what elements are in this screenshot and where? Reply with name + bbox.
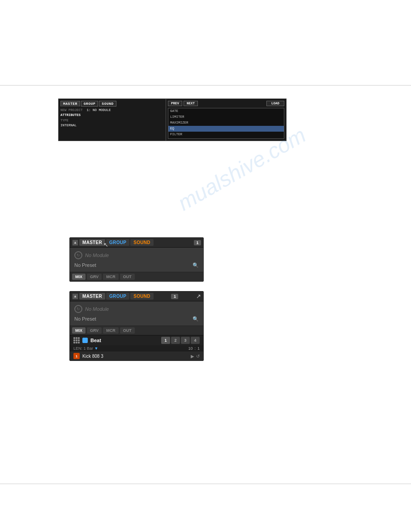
sw-module-row-2: ↻ No Module: [74, 305, 199, 313]
len-dropdown-arrow[interactable]: ▼: [94, 346, 98, 351]
divider-top: [0, 85, 411, 86]
collapse-button-1[interactable]: ▲: [72, 240, 78, 246]
hardware-panel: MASTER GROUP SOUND NEW PROJECT 1: NO MOD…: [58, 99, 287, 141]
group-num-btn-3[interactable]: 3: [181, 337, 190, 344]
loop-icon[interactable]: ↺: [196, 354, 200, 359]
list-item-selected[interactable]: EQ: [168, 126, 284, 132]
hw-type-value: INTERNAL: [60, 124, 77, 127]
hw-project-value: 1: NO MODULE: [85, 108, 111, 112]
module-icon-1: ↻: [74, 251, 82, 259]
sw-bottom-tab-out-2[interactable]: OUT: [120, 327, 135, 334]
grid-icon: [73, 337, 80, 343]
hw-tab-master[interactable]: MASTER: [60, 101, 80, 107]
sw-bottom-tab-mix-1[interactable]: MIX: [72, 274, 86, 280]
sw-tab-sound-2[interactable]: SOUND: [130, 293, 154, 300]
list-item[interactable]: GATE: [168, 108, 284, 114]
sw-tab-master-2[interactable]: MASTER: [79, 293, 105, 300]
sw-module-text-2: No Module: [85, 306, 109, 312]
hw-right-panel: PREV NEXT LOAD GATE LIMITER MAXIMIZER EQ…: [166, 99, 286, 141]
sw-preset-text-2: No Preset: [74, 316, 191, 322]
sw-bottom-tab-out-1[interactable]: OUT: [120, 274, 135, 280]
sw-bottom-tab-mix-2[interactable]: MIX: [72, 327, 86, 334]
hw-left-panel: MASTER GROUP SOUND NEW PROJECT 1: NO MOD…: [59, 99, 166, 141]
sw-group-section: Beat 1 2 3 4 LEN: 1 Bar ▼ 10 : 1 1 Kick …: [70, 335, 203, 360]
sound-icons: ▶ ↺: [191, 354, 200, 359]
cursor-arrow-2: ↗: [196, 293, 201, 300]
sw-panel-1-body: ↻ No Module No Preset 🔍: [70, 248, 203, 272]
group-num-btn-2[interactable]: 2: [171, 337, 180, 344]
hw-module-list: GATE LIMITER MAXIMIZER EQ FILTER: [168, 108, 284, 139]
sw-tab-group-1[interactable]: GROUP: [106, 239, 129, 246]
sw-panel-1: ▲ MASTER GROUP SOUND 1 ↻ No Module No Pr…: [69, 237, 204, 282]
hw-type-label: TYPE: [60, 119, 68, 122]
divider-bottom: [0, 484, 411, 484]
sw-panel-1-header: ▲ MASTER GROUP SOUND 1: [70, 238, 203, 248]
sw-preset-text-1: No Preset: [74, 262, 191, 268]
hw-prev-button[interactable]: PREV: [168, 101, 182, 106]
sound-name: Kick 808 3: [82, 354, 103, 359]
hw-attributes-label: ATTRIBUTES: [60, 113, 81, 117]
sw-preset-row-1: No Preset 🔍: [74, 262, 199, 268]
sw-group-len-nums: 10 : 1: [188, 346, 200, 351]
sw-preset-row-2: No Preset 🔍: [74, 316, 199, 322]
sw-bottom-tab-mcr-2[interactable]: MCR: [103, 327, 119, 334]
list-item[interactable]: FILTER: [168, 132, 284, 137]
group-num-btn-1[interactable]: 1: [161, 337, 170, 344]
sw-group-len-row: LEN: 1 Bar ▼ 10 : 1: [70, 345, 203, 352]
sw-group-name: Beat: [90, 338, 158, 343]
search-icon-2[interactable]: 🔍: [193, 316, 199, 322]
sw-bottom-tabs-1: MIX GRV MCR OUT: [70, 272, 203, 281]
list-item[interactable]: LIMITER: [168, 114, 284, 120]
hw-project-label: NEW PROJECT: [60, 108, 83, 112]
sw-bottom-tab-grv-2[interactable]: GRV: [87, 327, 102, 334]
list-item[interactable]: MAXIMIZER: [168, 120, 284, 126]
sw-module-text-1: No Module: [85, 253, 109, 258]
hw-tab-sound[interactable]: SOUND: [99, 101, 116, 107]
sw-tab-master-1[interactable]: MASTER: [79, 239, 105, 246]
sw-group-header: Beat 1 2 3 4: [70, 335, 203, 345]
hw-tabs: MASTER GROUP SOUND: [60, 101, 164, 107]
sound-number: 1: [73, 353, 80, 359]
sw-badge-2: 1: [171, 294, 178, 299]
sw-module-row-1: ↻ No Module: [74, 251, 199, 259]
sw-tab-sound-1[interactable]: SOUND: [130, 239, 154, 246]
sw-badge-1: 1: [194, 240, 201, 245]
sw-group-num-btns: 1 2 3 4: [161, 337, 200, 344]
hw-tab-group[interactable]: GROUP: [81, 101, 98, 107]
hw-load-button[interactable]: LOAD: [266, 101, 284, 106]
sw-panel-2-body: ↻ No Module No Preset 🔍: [70, 301, 203, 326]
sw-tab-group-2[interactable]: GROUP: [106, 293, 129, 300]
group-color-indicator: [82, 338, 88, 343]
play-icon[interactable]: ▶: [191, 354, 194, 359]
sw-bottom-tab-grv-1[interactable]: GRV: [87, 274, 102, 280]
sw-bottom-tab-mcr-1[interactable]: MCR: [103, 274, 119, 280]
search-icon-1[interactable]: 🔍: [193, 262, 199, 268]
collapse-button-2[interactable]: ▲: [72, 293, 78, 300]
sw-panel-2: ▲ MASTER GROUP SOUND 1 ↗ ↻ No Module No …: [69, 291, 204, 361]
sw-panel-2-header: ▲ MASTER GROUP SOUND 1 ↗: [70, 292, 203, 301]
sw-sound-row: 1 Kick 808 3 ▶ ↺: [70, 352, 203, 360]
hw-info: NEW PROJECT 1: NO MODULE ATTRIBUTES TYPE…: [60, 108, 164, 128]
group-num-btn-4[interactable]: 4: [191, 337, 200, 344]
hw-nav: PREV NEXT LOAD: [168, 101, 284, 106]
sw-group-len-label: LEN: 1 Bar ▼: [73, 346, 98, 351]
hw-next-button[interactable]: NEXT: [184, 101, 198, 106]
module-icon-2: ↻: [74, 305, 82, 313]
sw-bottom-tabs-2: MIX GRV MCR OUT: [70, 326, 203, 335]
